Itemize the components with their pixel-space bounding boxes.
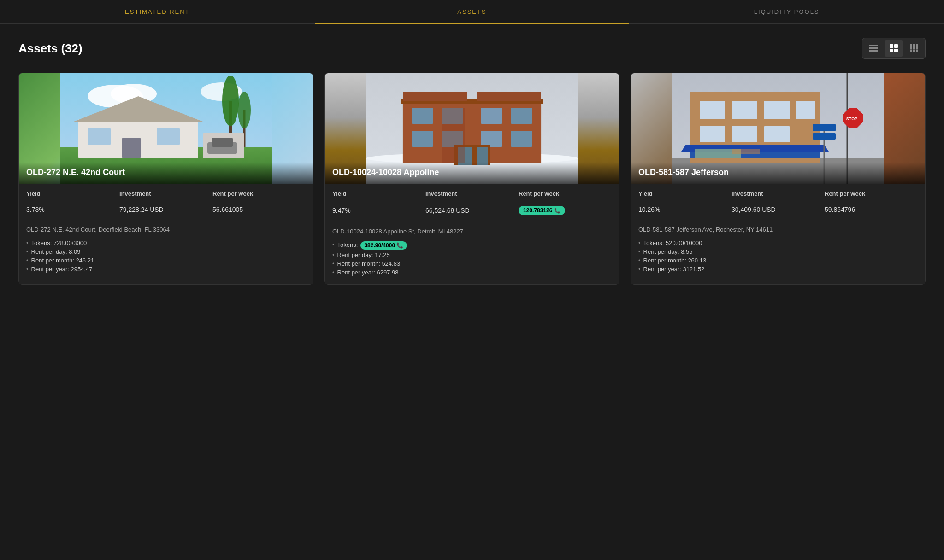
yield-value-1: 3.73% bbox=[26, 206, 119, 213]
rent-per-week-value-1: 56.661005 bbox=[212, 206, 306, 213]
yield-value-2: 9.47% bbox=[332, 207, 425, 214]
svg-rect-64 bbox=[732, 126, 757, 142]
property-image-3: STOP OLD-581-587 Jefferson bbox=[631, 73, 925, 184]
svg-rect-61 bbox=[764, 101, 790, 119]
svg-rect-60 bbox=[732, 101, 757, 119]
property-name-1: OLD-272 N.E. 42nd Court bbox=[19, 162, 313, 184]
top-navigation: ESTIMATED RENTASSETSLIQUIDITY POOLS bbox=[0, 0, 944, 24]
svg-rect-39 bbox=[412, 108, 433, 124]
rent-day-1: Rent per day: 8.09 bbox=[26, 247, 306, 256]
tokens-item-1: Tokens: 728.00/3000 bbox=[26, 239, 306, 247]
stats-header-3: YieldInvestmentRent per week bbox=[631, 184, 925, 201]
property-image-2: OLD-10024-10028 Appoline bbox=[325, 73, 619, 184]
svg-text:STOP: STOP bbox=[846, 117, 857, 121]
address-1: OLD-272 N.E. 42nd Court, Deerfield Beach… bbox=[26, 226, 306, 234]
nav-tab-estimated-rent[interactable]: ESTIMATED RENT bbox=[0, 0, 315, 23]
nav-tab-liquidity-pools[interactable]: LIQUIDITY POOLS bbox=[629, 0, 944, 23]
stats-header-2: YieldInvestmentRent per week bbox=[325, 184, 619, 201]
svg-rect-59 bbox=[700, 101, 725, 119]
card-details-1: OLD-272 N.E. 42nd Court, Deerfield Beach… bbox=[19, 220, 313, 281]
stats-values-3: 10.26%30,409.60 USD59.864796 bbox=[631, 201, 925, 220]
svg-rect-51 bbox=[477, 92, 541, 101]
assets-grid: OLD-272 N.E. 42nd CourtYieldInvestmentRe… bbox=[18, 73, 926, 285]
svg-rect-63 bbox=[700, 126, 725, 142]
svg-rect-50 bbox=[403, 92, 467, 101]
svg-rect-46 bbox=[511, 131, 532, 147]
card-details-2: OLD-10024-10028 Appoline St, Detroit, MI… bbox=[325, 222, 619, 284]
investment-value-1: 79,228.24 USD bbox=[119, 206, 212, 213]
svg-rect-1 bbox=[869, 47, 878, 49]
investment-value-2: 66,524.68 USD bbox=[425, 207, 519, 214]
yield-value-3: 10.26% bbox=[638, 206, 732, 213]
tokens-badge-2: 382.90/4000 📞 bbox=[360, 241, 407, 250]
svg-rect-45 bbox=[481, 131, 502, 147]
rent-year-3: Rent per year: 3121.52 bbox=[638, 265, 918, 274]
svg-rect-42 bbox=[511, 108, 532, 124]
svg-rect-67 bbox=[732, 149, 760, 154]
svg-rect-4 bbox=[894, 44, 898, 48]
svg-rect-5 bbox=[890, 49, 893, 52]
property-name-3: OLD-581-587 Jefferson bbox=[631, 162, 925, 184]
svg-rect-10 bbox=[910, 47, 912, 50]
svg-rect-65 bbox=[764, 126, 790, 142]
yield-label-3: Yield bbox=[638, 190, 732, 197]
svg-rect-3 bbox=[890, 44, 893, 48]
page-title: Assets (32) bbox=[18, 41, 83, 56]
property-name-2: OLD-10024-10028 Appoline bbox=[325, 162, 619, 184]
svg-rect-72 bbox=[813, 133, 836, 140]
svg-rect-0 bbox=[869, 45, 878, 46]
svg-rect-12 bbox=[916, 47, 918, 50]
rent-badge-2: 120.783126 📞 bbox=[519, 206, 565, 215]
svg-rect-27 bbox=[122, 138, 141, 158]
investment-value-3: 30,409.60 USD bbox=[732, 206, 825, 213]
asset-card-1[interactable]: OLD-272 N.E. 42nd CourtYieldInvestmentRe… bbox=[18, 73, 313, 285]
rent-year-2: Rent per year: 6297.98 bbox=[332, 268, 612, 277]
tokens-item-3: Tokens: 520.00/10000 bbox=[638, 239, 918, 247]
rent_per_week-label-2: Rent per week bbox=[519, 190, 612, 197]
stats-values-1: 3.73%79,228.24 USD56.661005 bbox=[19, 201, 313, 220]
svg-rect-7 bbox=[910, 44, 912, 47]
svg-rect-71 bbox=[813, 124, 836, 131]
rent_per_week-label-3: Rent per week bbox=[825, 190, 918, 197]
view-toggle bbox=[862, 38, 926, 59]
rent-month-1: Rent per month: 246.21 bbox=[26, 256, 306, 265]
yield-label-1: Yield bbox=[26, 190, 119, 197]
rent-per-week-value-2: 120.783126 📞 bbox=[519, 206, 612, 215]
svg-rect-52 bbox=[442, 108, 465, 163]
svg-rect-14 bbox=[913, 50, 915, 52]
stats-header-1: YieldInvestmentRent per week bbox=[19, 184, 313, 201]
svg-rect-41 bbox=[481, 108, 502, 124]
svg-point-23 bbox=[238, 92, 251, 128]
svg-rect-11 bbox=[913, 47, 915, 50]
rent-day-2: Rent per day: 17.25 bbox=[332, 251, 612, 259]
investment-label-3: Investment bbox=[732, 190, 825, 197]
rent_per_week-label-1: Rent per week bbox=[212, 190, 306, 197]
asset-card-3[interactable]: STOP OLD-581-587 JeffersonYieldInvestmen… bbox=[631, 73, 926, 285]
stats-values-2: 9.47%66,524.68 USD120.783126 📞 bbox=[325, 201, 619, 222]
svg-rect-32 bbox=[212, 138, 233, 147]
svg-rect-2 bbox=[869, 50, 878, 52]
grid-large-view-button[interactable] bbox=[905, 40, 923, 57]
svg-rect-6 bbox=[894, 49, 898, 52]
rent-year-1: Rent per year: 2954.47 bbox=[26, 265, 306, 274]
svg-rect-8 bbox=[913, 44, 915, 47]
card-details-3: OLD-581-587 Jefferson Ave, Rochester, NY… bbox=[631, 220, 925, 281]
svg-rect-43 bbox=[412, 131, 433, 147]
asset-card-2[interactable]: OLD-10024-10028 AppolineYieldInvestmentR… bbox=[324, 73, 620, 285]
list-view-button[interactable] bbox=[864, 40, 883, 57]
rent-per-week-value-3: 59.864796 bbox=[825, 206, 918, 213]
address-3: OLD-581-587 Jefferson Ave, Rochester, NY… bbox=[638, 226, 918, 234]
rent-day-3: Rent per day: 8.55 bbox=[638, 247, 918, 256]
nav-tab-assets[interactable]: ASSETS bbox=[315, 0, 630, 23]
address-2: OLD-10024-10028 Appoline St, Detroit, MI… bbox=[332, 228, 612, 236]
svg-rect-28 bbox=[88, 128, 111, 145]
svg-rect-15 bbox=[916, 50, 918, 52]
investment-label-1: Investment bbox=[119, 190, 212, 197]
investment-label-2: Investment bbox=[425, 190, 519, 197]
svg-rect-9 bbox=[916, 44, 918, 47]
svg-rect-13 bbox=[910, 50, 912, 52]
svg-point-21 bbox=[222, 76, 239, 126]
tokens-item-2: Tokens: 382.90/4000 📞 bbox=[332, 240, 612, 251]
grid-medium-view-button[interactable] bbox=[885, 40, 903, 57]
svg-rect-29 bbox=[157, 128, 180, 145]
